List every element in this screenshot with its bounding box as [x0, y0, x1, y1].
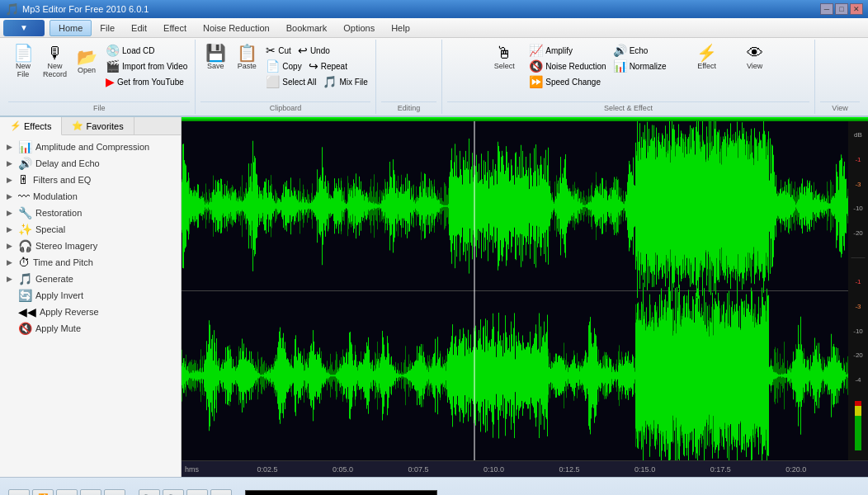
title-bar-title: Mp3 Editor For Free 2010 6.0.1 [22, 4, 149, 14]
stop-go-button[interactable]: ⏺ [56, 489, 78, 496]
menu-bookmark[interactable]: Bookmark [278, 21, 336, 35]
tree-apply-mute[interactable]: ▶ 🔇 Apply Mute [0, 320, 181, 337]
effect-button[interactable]: ⚡ Effect [689, 43, 725, 72]
new-record-button[interactable]: 🎙 NewRecord [40, 43, 70, 80]
vu-label-1bot: -1 [855, 278, 861, 285]
select-button[interactable]: 🖱 Select [484, 43, 525, 72]
title-bar-controls: ─ □ ✕ [820, 3, 863, 15]
title-bar: 🎵 Mp3 Editor For Free 2010 6.0.1 ─ □ ✕ [0, 0, 868, 18]
undo-button[interactable]: ↩ Undo [295, 43, 333, 58]
new-file-icon: 📄 [13, 45, 34, 61]
new-file-button[interactable]: 📄 NewFile [8, 43, 38, 80]
tab-effects[interactable]: ⚡ Effects [0, 117, 62, 135]
save-label: Save [207, 62, 224, 70]
tree-time-pitch[interactable]: ▶ ⏱ Time and Pitch [0, 254, 181, 271]
tab-favorites[interactable]: ⭐ Favorites [62, 117, 134, 134]
minimize-button[interactable]: ─ [820, 3, 833, 15]
waveform-canvas[interactable] [182, 121, 848, 460]
rewind-button[interactable]: ⏮ [80, 489, 101, 496]
fit-view-button[interactable]: ⊞ [186, 489, 208, 496]
tree-apply-reverse[interactable]: ▶ ◀◀ Apply Reverse [0, 304, 181, 320]
tree-stereo[interactable]: ▶ 🎧 Stereo Imagery [0, 238, 181, 254]
cut-button[interactable]: ✂ Cut [263, 43, 294, 58]
tree-modulation[interactable]: ▶ 〰 Modulation [0, 188, 181, 205]
tree-apply-invert[interactable]: ▶ 🔄 Apply Invert [0, 287, 181, 304]
menu-file[interactable]: File [92, 21, 123, 35]
tree-icon-time-pitch: ⏱ [18, 256, 30, 269]
tree-arrow-apply-reverse: ▶ [7, 308, 15, 316]
tree-arrow-modulation: ▶ [7, 192, 15, 200]
tree-arrow-generate: ▶ [7, 275, 15, 283]
load-cd-button[interactable]: 💿 Load CD [103, 43, 190, 58]
ribbon-group-clipboard: 💾 Save 📋 Paste ✂ Cut ↩ Undo [196, 40, 376, 114]
normalize-button[interactable]: 📊 Normalize [611, 59, 669, 73]
menu-effect[interactable]: Effect [155, 21, 195, 35]
tree-icon-restoration: 🔧 [18, 206, 32, 219]
tree-filters[interactable]: ▶ 🎚 Filters and EQ [0, 172, 181, 188]
zoom-row-1: 🔍+ 🔍- ⊞ ⊡ [139, 489, 232, 496]
tree-restoration[interactable]: ▶ 🔧 Restoration [0, 205, 181, 221]
paste-button[interactable]: 📋 Paste [232, 43, 262, 72]
vu-bar [855, 401, 861, 450]
tree-label-modulation: Modulation [33, 191, 78, 201]
ruler-mark-075: 0:07.5 [408, 465, 429, 474]
open-label: Open [78, 66, 96, 74]
noise-reduction-label: Noise Reduction [545, 62, 606, 71]
get-youtube-button[interactable]: ▶ Get from YouTube [103, 74, 190, 89]
maximize-button[interactable]: □ [835, 3, 848, 15]
ribbon-group-view: View [815, 40, 865, 114]
speed-change-button[interactable]: ⏩ Speed Change [526, 74, 608, 89]
tree-generate[interactable]: ▶ 🎵 Generate [0, 271, 181, 287]
app-logo-button[interactable]: ▼ [3, 20, 45, 36]
tree-icon-delay: 🔊 [18, 157, 32, 170]
waveform-canvas-area[interactable] [182, 121, 848, 460]
tree-label-special: Special [35, 224, 65, 234]
select-all-button[interactable]: ⬜ Select All [263, 74, 318, 89]
view-button[interactable]: 👁 View [737, 43, 773, 72]
speed-change-icon: ⏩ [529, 75, 543, 88]
ruler-mark-050: 0:05.0 [333, 465, 353, 474]
ruler-mark-100: 0:10.0 [484, 465, 504, 474]
echo-label: Echo [630, 46, 649, 55]
import-video-button[interactable]: 🎬 Import from Video [103, 59, 190, 73]
repeat-button[interactable]: ↪ Repeat [306, 59, 350, 73]
copy-button[interactable]: 📄 Copy [263, 59, 304, 73]
menu-home[interactable]: Home [50, 20, 92, 36]
echo-button[interactable]: 🔊 Echo [611, 43, 669, 58]
vu-label-10top: -10 [853, 205, 863, 212]
loop-button[interactable]: 🔁 [32, 489, 54, 496]
tree-delay[interactable]: ▶ 🔊 Delay and Echo [0, 155, 181, 172]
zoom-in-h-button[interactable]: 🔍+ [139, 489, 160, 496]
get-youtube-label: Get from YouTube [117, 78, 184, 87]
tree-label-time-pitch: Time and Pitch [33, 257, 93, 267]
open-button[interactable]: 📂 Open [72, 43, 101, 80]
vu-meter: dB -1 -3 -10 -20 ─── -1 -3 -10 -20 -4 [848, 121, 868, 460]
ribbon-group-editing: Editing [376, 40, 442, 114]
noise-reduction-button[interactable]: 🔇 Noise Reduction [526, 59, 608, 73]
save-button[interactable]: 💾 Save [200, 43, 230, 72]
menu-noise-reduction[interactable]: Noise Reduction [195, 21, 278, 35]
tree-icon-stereo: 🎧 [18, 239, 32, 252]
ruler-mark-200: 0:20.0 [785, 465, 806, 474]
paste-label: Paste [238, 62, 257, 70]
zoom-selection-button[interactable]: ⊡ [210, 489, 232, 496]
menu-help[interactable]: Help [383, 21, 418, 35]
play-button[interactable]: ▶ [8, 489, 30, 496]
load-cd-icon: 💿 [106, 44, 120, 57]
tree-special[interactable]: ▶ ✨ Special [0, 221, 181, 238]
vu-label-10bot: -10 [853, 328, 863, 335]
fast-forward-button[interactable]: ⏭ [104, 489, 125, 496]
zoom-out-h-button[interactable]: 🔍- [163, 489, 184, 496]
tree-amplitude[interactable]: ▶ 📊 Amplitude and Compression [0, 139, 181, 155]
vu-label-1top: -1 [855, 156, 861, 163]
menu-options[interactable]: Options [335, 21, 383, 35]
normalize-icon: 📊 [613, 59, 627, 73]
amplify-button[interactable]: 📈 Amplify [526, 43, 608, 58]
tree-arrow-apply-mute: ▶ [7, 324, 15, 332]
tab-effects-label: Effects [24, 121, 51, 131]
close-button[interactable]: ✕ [850, 3, 863, 15]
mix-file-button[interactable]: 🎵 Mix File [320, 74, 370, 89]
copy-label: Copy [282, 62, 301, 71]
effect-icon: ⚡ [696, 45, 717, 61]
menu-edit[interactable]: Edit [123, 21, 155, 35]
